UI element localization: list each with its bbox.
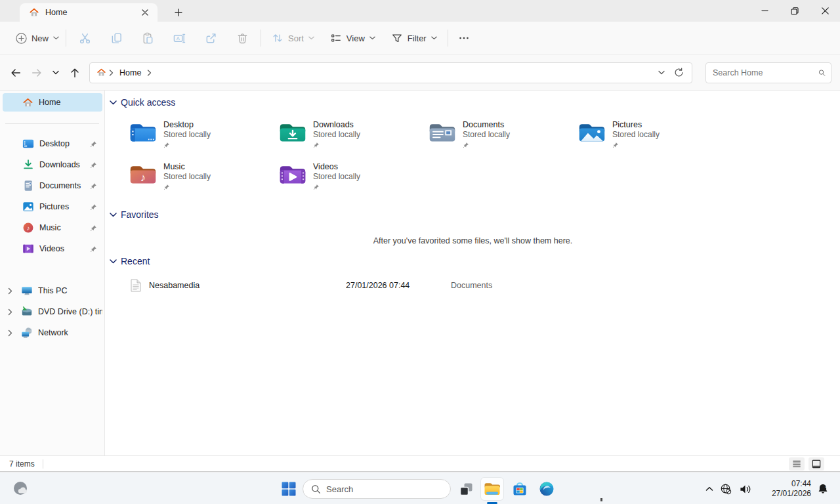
folder-content: Quick access Desktop Stored locally xyxy=(106,91,840,455)
rename-button[interactable]: A xyxy=(163,26,195,50)
pictures-folder-icon xyxy=(578,121,606,144)
taskbar-search[interactable]: Search xyxy=(303,479,451,499)
start-button[interactable] xyxy=(281,481,297,497)
main-area: Home Desktop Downloads xyxy=(0,91,840,455)
details-view-button[interactable] xyxy=(789,457,805,471)
chevron-right-icon[interactable] xyxy=(3,287,17,295)
pin-icon xyxy=(90,224,97,232)
file-explorer-taskbar-button[interactable] xyxy=(481,478,503,500)
pin-icon xyxy=(463,142,510,148)
large-icons-view-button[interactable] xyxy=(808,457,824,471)
back-icon xyxy=(10,67,22,79)
restore-button[interactable] xyxy=(780,0,810,22)
quick-access-tile-music[interactable]: ♪ Music Stored locally xyxy=(129,161,268,193)
chevron-right-icon[interactable] xyxy=(3,329,17,337)
filter-button[interactable]: Filter xyxy=(383,26,445,50)
sidebar-item-pictures[interactable]: Pictures xyxy=(3,198,102,216)
chevron-down-icon[interactable] xyxy=(110,100,117,105)
share-icon xyxy=(205,32,217,45)
search-box xyxy=(705,62,831,83)
sidebar-divider xyxy=(5,123,99,124)
tab-close-button[interactable] xyxy=(138,5,152,20)
view-icon xyxy=(330,32,342,44)
quick-access-tile-pictures[interactable]: Pictures Stored locally xyxy=(578,119,717,151)
sidebar-item-downloads[interactable]: Downloads xyxy=(3,156,102,174)
hidden-icons-button[interactable] xyxy=(702,480,717,498)
breadcrumb[interactable]: Home xyxy=(89,62,692,83)
microsoft-store-taskbar-button[interactable] xyxy=(509,478,530,500)
section-title: Recent xyxy=(121,256,150,266)
taskbar: Search xyxy=(0,472,840,504)
sidebar-item-documents[interactable]: Documents xyxy=(3,177,102,195)
network-icon xyxy=(21,327,33,339)
sidebar-item-label: Network xyxy=(38,328,102,337)
music-folder-icon: ♪ xyxy=(129,163,157,186)
share-button[interactable] xyxy=(195,26,226,50)
network-status-button[interactable] xyxy=(717,480,735,498)
sidebar-item-dvd-drive[interactable]: DVD Drive (D:) tiny1 xyxy=(3,303,102,321)
search-input[interactable] xyxy=(713,68,818,77)
sidebar-item-network[interactable]: Network xyxy=(3,324,102,342)
section-title: Favorites xyxy=(121,209,159,220)
recent-locations-button[interactable] xyxy=(47,62,64,83)
copy-icon xyxy=(110,32,123,45)
sort-button[interactable]: Sort xyxy=(264,26,322,50)
view-button[interactable]: View xyxy=(322,26,383,50)
forward-button[interactable] xyxy=(26,62,47,83)
volume-button[interactable] xyxy=(735,480,755,498)
documents-icon xyxy=(22,180,34,192)
quick-access-tile-videos[interactable]: Videos Stored locally xyxy=(279,161,418,193)
taskbar-clock[interactable]: 07:44 27/01/2026 xyxy=(760,479,811,499)
paste-button[interactable] xyxy=(132,26,163,50)
svg-text:A: A xyxy=(176,35,180,41)
tile-name: Documents xyxy=(463,119,510,130)
cut-button[interactable] xyxy=(69,26,100,50)
address-bar: Home xyxy=(0,55,840,91)
address-dropdown-button[interactable] xyxy=(658,70,665,75)
section-favorites[interactable]: Favorites xyxy=(110,209,159,220)
see-more-button[interactable] xyxy=(451,26,477,50)
sidebar-item-this-pc[interactable]: This PC xyxy=(3,282,102,300)
chevron-right-icon[interactable] xyxy=(3,308,17,316)
delete-button[interactable] xyxy=(226,26,258,50)
edge-taskbar-button[interactable] xyxy=(536,478,557,500)
section-recent[interactable]: Recent xyxy=(110,256,150,266)
trash-icon xyxy=(236,32,249,45)
widgets-weather-button[interactable] xyxy=(10,478,32,499)
breadcrumb-home[interactable]: Home xyxy=(116,65,144,81)
home-icon xyxy=(96,68,106,77)
titlebar: Home xyxy=(0,0,840,22)
new-tab-button[interactable] xyxy=(169,5,188,20)
quick-access-tile-documents[interactable]: Documents Stored locally xyxy=(429,119,568,151)
quick-access-tile-desktop[interactable]: Desktop Stored locally xyxy=(129,119,268,151)
back-button[interactable] xyxy=(5,62,26,83)
documents-folder-icon xyxy=(429,121,456,144)
rename-icon: A xyxy=(173,32,186,45)
chevron-down-icon[interactable] xyxy=(110,213,117,217)
task-view-button[interactable] xyxy=(457,478,475,500)
section-title: Quick access xyxy=(121,97,175,108)
sidebar-item-videos[interactable]: Videos xyxy=(3,240,102,258)
command-toolbar: New A Sor xyxy=(0,22,840,55)
tab-home[interactable]: Home xyxy=(20,3,158,22)
sidebar-item-desktop[interactable]: Desktop xyxy=(3,135,102,153)
new-button[interactable]: New xyxy=(12,26,63,50)
quick-access-tile-downloads[interactable]: Downloads Stored locally xyxy=(279,119,418,151)
sidebar-item-label: Desktop xyxy=(39,139,90,148)
microsoft-store-icon xyxy=(512,481,528,497)
refresh-button[interactable] xyxy=(674,68,684,77)
copy-button[interactable] xyxy=(100,26,132,50)
file-explorer-window: Home xyxy=(0,0,840,472)
recent-file-row[interactable]: Nesabamedia 27/01/2026 07:44 Documents xyxy=(119,276,827,295)
minimize-button[interactable] xyxy=(749,0,780,22)
section-quick-access[interactable]: Quick access xyxy=(110,97,175,108)
up-button[interactable] xyxy=(64,62,85,83)
chevron-down-icon[interactable] xyxy=(110,259,117,264)
recent-file-date: 27/01/2026 07:44 xyxy=(346,281,451,290)
recent-file-name: Nesabamedia xyxy=(149,281,346,290)
notification-bell-button[interactable]: z xyxy=(815,480,831,498)
close-button[interactable] xyxy=(810,0,840,22)
sidebar-item-music[interactable]: ♪ Music xyxy=(3,219,102,237)
view-label: View xyxy=(346,33,365,43)
sidebar-item-home[interactable]: Home xyxy=(3,93,102,112)
